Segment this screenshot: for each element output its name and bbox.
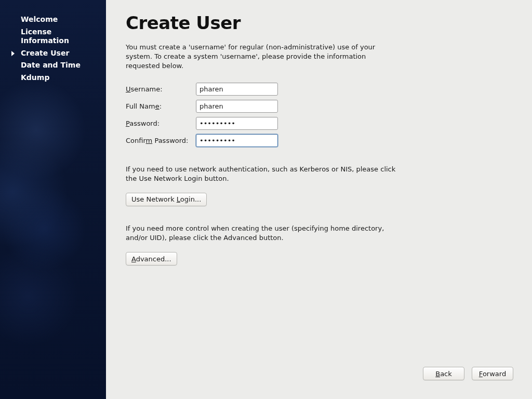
- fullname-input[interactable]: [196, 100, 278, 113]
- sidebar-item-label: Kdump: [21, 73, 49, 82]
- sidebar-item-date-and-time[interactable]: Date and Time: [0, 59, 106, 72]
- fullname-label: Full Name:: [126, 102, 196, 110]
- username-label: Username:: [126, 85, 196, 93]
- main-content: Create User You must create a 'username'…: [106, 0, 532, 399]
- password-label: Password:: [126, 119, 196, 127]
- confirm-password-row: Confirm Password:: [126, 134, 512, 147]
- advanced-text: If you need more control when creating t…: [126, 224, 396, 243]
- back-button[interactable]: Back: [423, 367, 464, 380]
- sidebar-item-label: Date and Time: [21, 61, 81, 69]
- password-row: Password:: [126, 117, 512, 130]
- sidebar-item-label: Create User: [21, 49, 69, 57]
- nav-buttons: Back Forward: [423, 367, 513, 380]
- forward-button[interactable]: Forward: [472, 367, 513, 380]
- intro-text: You must create a 'username' for regular…: [126, 43, 396, 71]
- network-login-text: If you need to use network authenticatio…: [126, 165, 396, 183]
- sidebar-item-welcome[interactable]: Welcome: [0, 14, 106, 26]
- use-network-login-button[interactable]: Use Network Login...: [126, 193, 207, 206]
- confirm-password-label: Confirm Password:: [126, 137, 196, 144]
- sidebar-item-label: Welcome: [21, 15, 58, 23]
- password-input[interactable]: [196, 117, 278, 130]
- confirm-password-input[interactable]: [196, 134, 278, 147]
- sidebar-item-label: License Information: [21, 28, 69, 45]
- sidebar-item-kdump[interactable]: Kdump: [0, 72, 106, 84]
- username-row: Username:: [126, 83, 512, 96]
- advanced-button[interactable]: Advanced...: [126, 252, 177, 265]
- username-input[interactable]: [196, 83, 278, 96]
- sidebar: Welcome License Information Create User …: [0, 0, 106, 399]
- sidebar-item-license-information[interactable]: License Information: [0, 26, 106, 47]
- sidebar-item-create-user[interactable]: Create User: [0, 47, 106, 60]
- fullname-row: Full Name:: [126, 100, 512, 113]
- page-title: Create User: [126, 12, 512, 33]
